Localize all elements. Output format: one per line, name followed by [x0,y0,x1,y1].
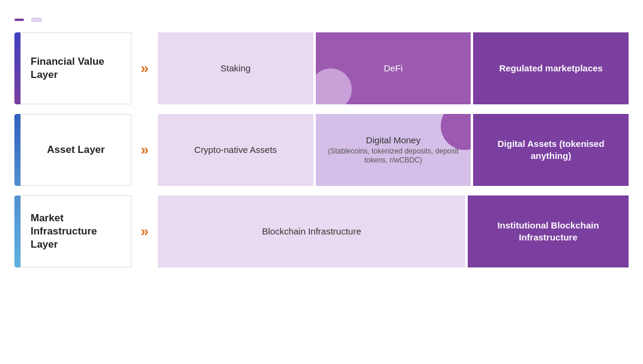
arrow-asset-layer: » [131,114,158,186]
cell-content-institutional-blockchain: Institutional Blockchain Infrastructure [475,219,621,244]
cell-digital-assets: Digital Assets (tokenised anything) [473,114,629,186]
row-market-infrastructure-layer: Market Infrastructure Layer»Blockchain I… [14,195,629,267]
cell-content-digital-assets: Digital Assets (tokenised anything) [480,138,621,163]
cell-staking: Staking [158,32,313,104]
framework-grid: Financial Value Layer»StakingDeFiRegulat… [14,32,629,267]
chevron-icon: » [140,60,148,77]
cell-label-regulated: Regulated marketplaces [499,62,603,74]
cell-regulated: Regulated marketplaces [473,32,629,104]
cell-content-regulated: Regulated marketplaces [499,62,603,74]
chevron-icon: » [140,142,148,158]
cell-subtext-digital-money: (Stablecoins, tokenized deposits, deposi… [323,147,464,166]
cell-label-staking: Staking [220,62,250,74]
bar-asset-layer [14,114,20,186]
cell-defi: DeFi [316,32,471,104]
cell-digital-money: Digital Money(Stablecoins, tokenized dep… [316,114,471,186]
cell-label-institutional-blockchain: Institutional Blockchain Infrastructure [475,219,621,244]
cell-label-crypto-native: Crypto-native Assets [195,144,277,156]
cells-asset-layer: Crypto-native AssetsDigital Money(Stable… [158,114,629,186]
cell-content-staking: Staking [220,62,250,74]
cell-label-blockchain-infra: Blockchain Infrastructure [262,225,361,237]
arrow-market-infrastructure-layer: » [131,195,158,267]
layer-label-financial-value-layer: Financial Value Layer [20,32,131,104]
cell-content-defi: DeFi [384,62,403,74]
cells-financial-value-layer: StakingDeFiRegulated marketplaces [158,32,629,104]
cell-institutional-blockchain: Institutional Blockchain Infrastructure [468,195,629,267]
cell-content-blockchain-infra: Blockchain Infrastructure [262,225,361,237]
cell-crypto-native: Crypto-native Assets [158,114,313,186]
cell-content-crypto-native: Crypto-native Assets [195,144,277,156]
cell-label-digital-money: Digital Money [323,134,464,146]
bar-market-infrastructure-layer [14,195,20,267]
arrow-financial-value-layer: » [131,32,158,104]
row-financial-value-layer: Financial Value Layer»StakingDeFiRegulat… [14,32,629,104]
badge-defi [31,18,42,22]
cell-content-digital-money: Digital Money(Stablecoins, tokenized dep… [323,134,464,165]
cells-market-infrastructure-layer: Blockchain InfrastructureInstitutional B… [158,195,629,267]
chevron-icon: » [140,223,148,240]
layer-label-market-infrastructure-layer: Market Infrastructure Layer [20,195,131,267]
layer-label-asset-layer: Asset Layer [20,114,131,186]
bar-financial-value-layer [14,32,20,104]
row-asset-layer: Asset Layer»Crypto-native AssetsDigital … [14,114,629,186]
subtitle-row [14,18,629,22]
cell-blockchain-infra: Blockchain Infrastructure [158,195,465,267]
cell-label-defi: DeFi [384,62,403,74]
badge-tradfi [14,19,24,21]
cell-label-digital-assets: Digital Assets (tokenised anything) [480,138,621,163]
